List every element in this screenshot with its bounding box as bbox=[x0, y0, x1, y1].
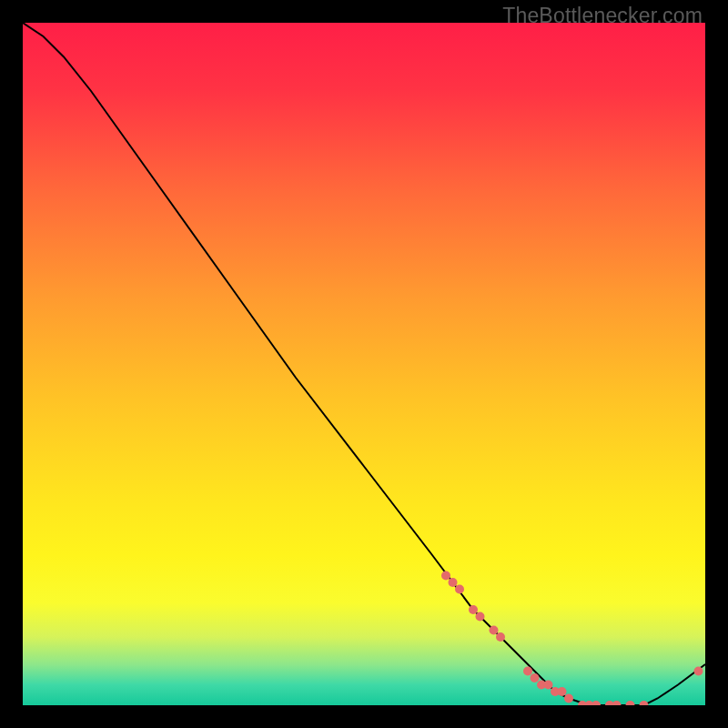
watermark-text: TheBottlenecker.com bbox=[502, 4, 703, 28]
marker-point bbox=[531, 673, 540, 682]
marker-point bbox=[476, 612, 485, 622]
marker-point bbox=[441, 571, 450, 581]
marker-point bbox=[694, 667, 703, 676]
marker-point bbox=[455, 585, 464, 594]
marker-point bbox=[564, 694, 573, 703]
marker-point bbox=[496, 632, 505, 642]
plot-area bbox=[23, 23, 705, 705]
marker-point bbox=[490, 626, 499, 635]
marker-point bbox=[449, 578, 458, 587]
chart-stage: TheBottlenecker.com bbox=[0, 0, 728, 728]
marker-point bbox=[523, 667, 532, 676]
marker-point bbox=[558, 687, 567, 696]
marker-point bbox=[469, 605, 478, 614]
chart-svg bbox=[23, 23, 705, 705]
marker-point bbox=[544, 681, 553, 690]
gradient-background bbox=[23, 23, 705, 705]
